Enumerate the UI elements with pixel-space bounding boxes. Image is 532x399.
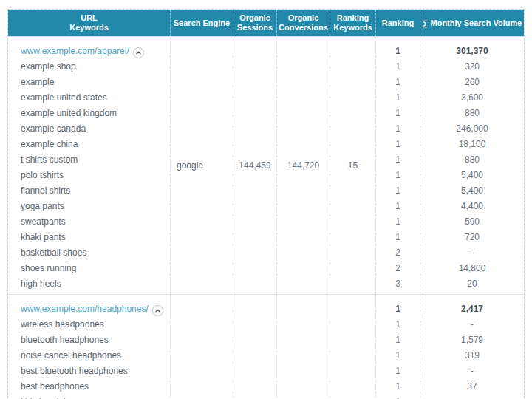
keyword-volume-value: - (420, 317, 524, 332)
keyword-ranking-value: 1 (376, 121, 420, 137)
keyword-volume-value: 18,100 (420, 137, 524, 152)
keyword-label: example (21, 75, 166, 90)
keyword-label: example united states (21, 90, 166, 106)
keyword-label: wireless headphones (21, 317, 166, 332)
keyword-volume-value (420, 395, 524, 399)
organic-conversions-value: 144,720 (287, 160, 319, 171)
organic-sessions-cell: 144,459 (233, 37, 277, 294)
keyword-ranking-value: 1 (376, 214, 420, 230)
keyword-label: t shirts custom (21, 152, 166, 168)
keyword-volume-value: 37 (420, 379, 524, 395)
keyword-volume-value: 260 (420, 75, 524, 90)
search-engine-cell (171, 295, 233, 399)
keyword-volume-value: 3,600 (420, 90, 524, 106)
search-engine-value: google (171, 160, 203, 171)
keyword-volume-value: 319 (420, 348, 524, 364)
keyword-volume-value: 1,579 (420, 332, 524, 348)
column-header-ranking: Ranking (376, 10, 420, 36)
keyword-label: basketball shoes (21, 245, 166, 261)
url-group-row: www.example.com/apparel/example shopexam… (8, 36, 524, 294)
keyword-volume-value: 880 (420, 106, 524, 121)
url-group-row: www.example.com/headphones/wireless head… (8, 294, 524, 399)
keyword-label: noise cancel headphones (21, 348, 166, 364)
keyword-label: kids headphones (21, 395, 166, 399)
keyword-ranking-value: 1 (376, 364, 420, 379)
keyword-volume-value: 880 (420, 152, 524, 168)
collapse-chevron-up-icon[interactable] (152, 305, 163, 316)
column-header-monthly-search-volume: ∑ Monthly Search Volume (420, 10, 524, 36)
keyword-label: example united kingdom (21, 106, 166, 121)
organic-conversions-cell (277, 295, 330, 399)
chevron-up-glyph (135, 50, 142, 56)
keyword-ranking-value: 1 (376, 199, 420, 214)
keyword-label: khaki pants (21, 230, 166, 245)
table-header: URL Keywords Search Engine Organic Sessi… (8, 10, 524, 36)
table-body: www.example.com/apparel/example shopexam… (8, 36, 524, 399)
url-keywords-cell: www.example.com/headphones/wireless head… (8, 295, 171, 399)
url-link[interactable]: www.example.com/apparel/ (21, 46, 129, 56)
ranking-cell: 1111111111111223 (376, 37, 420, 294)
keyword-ranking-value: 2 (376, 245, 420, 261)
keyword-volume-value: 590 (420, 214, 524, 230)
search-engine-cell: google (171, 37, 233, 294)
keyword-ranking-value: 1 (376, 395, 420, 399)
keyword-ranking-value: 3 (376, 276, 420, 292)
total-ranking-value: 1 (376, 301, 420, 317)
keyword-label: flannel shirts (21, 183, 166, 199)
keyword-ranking-value: 1 (376, 348, 420, 364)
organic-sessions-cell (233, 295, 277, 399)
keyword-ranking-value: 1 (376, 168, 420, 183)
keyword-ranking-value: 1 (376, 183, 420, 199)
search-volume-cell: 301,3703202603,600880246,00018,1008805,4… (420, 37, 524, 294)
keyword-ranking-value: 2 (376, 261, 420, 276)
keyword-volume-value: - (420, 245, 524, 261)
keyword-ranking-value: 1 (376, 332, 420, 348)
ranking-keywords-cell (330, 295, 376, 399)
keyword-ranking-table: URL Keywords Search Engine Organic Sessi… (7, 9, 525, 399)
url-row: www.example.com/headphones/ (21, 301, 166, 317)
keyword-label: example canada (21, 121, 166, 137)
keyword-volume-value: - (420, 364, 524, 379)
chevron-up-glyph (154, 307, 161, 314)
keyword-label: bluetooth headphones (21, 332, 166, 348)
column-header-organic-conversions: Organic Conversions (277, 10, 330, 36)
keyword-ranking-value: 1 (376, 137, 420, 152)
keyword-label: high heels (21, 276, 166, 292)
organic-sessions-value: 144,459 (239, 160, 270, 171)
keyword-ranking-value: 1 (376, 59, 420, 75)
keyword-label: shoes running (21, 261, 166, 276)
keyword-label: sweatpants (21, 214, 166, 230)
keyword-ranking-value: 1 (376, 90, 420, 106)
keyword-volume-value: 20 (420, 276, 524, 292)
ranking-keywords-value: 15 (348, 160, 358, 171)
column-header-ranking-keywords: Ranking Keywords (330, 10, 376, 36)
keyword-label: example china (21, 137, 166, 152)
collapse-chevron-up-icon[interactable] (133, 47, 144, 58)
keyword-label: yoga pants (21, 199, 166, 214)
keyword-volume-value: 5,400 (420, 168, 524, 183)
keyword-ranking-value: 1 (376, 379, 420, 395)
total-ranking-value: 1 (376, 44, 420, 59)
keyword-ranking-value: 1 (376, 317, 420, 332)
keyword-volume-value: 720 (420, 230, 524, 245)
keyword-label: best headphones (21, 379, 166, 395)
url-row: www.example.com/apparel/ (21, 44, 166, 59)
ranking-cell: 1111111 (376, 295, 420, 399)
search-volume-cell: 2,417-1,579319-37 (420, 295, 524, 399)
keyword-volume-value: 5,400 (420, 183, 524, 199)
column-header-url-keywords: URL Keywords (8, 10, 171, 36)
keyword-ranking-value: 1 (376, 230, 420, 245)
keyword-label: polo tshirts (21, 168, 166, 183)
keyword-label: best bluetooth headphones (21, 364, 166, 379)
keyword-ranking-value: 1 (376, 106, 420, 121)
organic-conversions-cell: 144,720 (277, 37, 330, 294)
ranking-keywords-cell: 15 (330, 37, 376, 294)
keyword-ranking-value: 1 (376, 152, 420, 168)
keyword-ranking-value: 1 (376, 75, 420, 90)
url-link[interactable]: www.example.com/headphones/ (21, 304, 149, 314)
total-volume-value: 301,370 (420, 44, 524, 59)
keyword-volume-value: 246,000 (420, 121, 524, 137)
keyword-label: example shop (21, 59, 166, 75)
column-header-search-engine: Search Engine (171, 10, 233, 36)
keyword-volume-value: 14,800 (420, 261, 524, 276)
